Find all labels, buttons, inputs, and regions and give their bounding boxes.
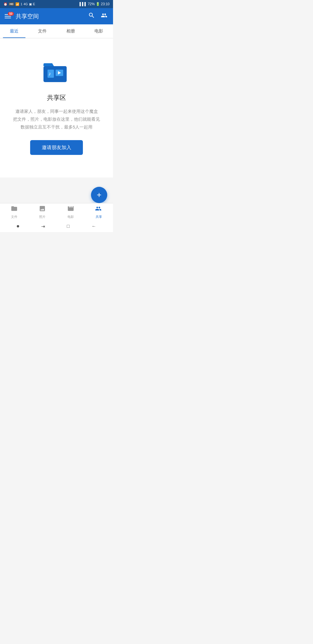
signal-icon: ▌▌▌ — [79, 2, 87, 6]
section-title: 共享区 — [47, 93, 66, 102]
battery-text: 72% — [88, 2, 95, 6]
svg-text:♪: ♪ — [48, 71, 51, 77]
nav-files-label: 文件 — [11, 215, 17, 219]
nav-photos[interactable]: 照片 — [28, 203, 57, 220]
notification-badge: 50 — [8, 12, 14, 16]
status-left-icons: ⏰ HD 📶 1 4G ▣ E — [3, 2, 35, 6]
status-bar: ⏰ HD 📶 1 4G ▣ E ▌▌▌ 72% 🔋 23:10 — [0, 0, 113, 8]
nav-photos-label: 照片 — [39, 215, 46, 219]
nav-share-label: 共享 — [96, 215, 102, 219]
sys-nav-dot[interactable] — [17, 225, 19, 227]
movie-nav-icon — [67, 205, 74, 214]
sys-nav-back[interactable]: ← — [92, 224, 96, 229]
alarm-icon: ⏰ — [3, 2, 8, 6]
tab-files[interactable]: 文件 — [28, 24, 57, 38]
share-nav-icon — [95, 205, 103, 214]
shared-folder-icon: ♪ — [43, 61, 70, 85]
tab-albums[interactable]: 相册 — [57, 24, 85, 38]
sim1-icon: 1 — [21, 2, 22, 6]
photo-nav-icon — [39, 205, 46, 214]
tab-movies[interactable]: 电影 — [85, 24, 113, 38]
sys-nav-recents[interactable]: ⇥ — [41, 224, 45, 229]
4g-icon: 4G — [23, 2, 28, 6]
search-button[interactable] — [88, 12, 95, 21]
menu-button[interactable]: 50 — [5, 14, 11, 18]
nav-movies-label: 电影 — [68, 215, 74, 219]
invite-button[interactable]: 邀请朋友加入 — [30, 140, 83, 155]
wifi-icon: 📶 — [15, 2, 19, 6]
bottom-nav: 文件 照片 电影 共享 — [0, 203, 113, 220]
nav-share[interactable]: 共享 — [85, 203, 113, 220]
app-title: 共享空间 — [16, 12, 88, 20]
battery-icon: 🔋 — [96, 2, 100, 6]
nav-movies[interactable]: 电影 — [57, 203, 85, 220]
hd-badge: HD — [9, 2, 14, 6]
tab-bar: 最近 文件 相册 电影 — [0, 24, 113, 38]
sys-nav-home[interactable]: □ — [67, 224, 70, 229]
tab-recent[interactable]: 最近 — [0, 24, 28, 38]
folder-nav-icon — [11, 205, 18, 214]
status-right-info: ▌▌▌ 72% 🔋 23:10 — [79, 2, 110, 6]
contacts-button[interactable] — [101, 12, 108, 21]
nav-files[interactable]: 文件 — [0, 203, 28, 220]
app-bar: 50 共享空间 — [0, 8, 113, 24]
simcard-icon: ▣ — [29, 2, 32, 6]
fab-add-button[interactable]: + — [91, 187, 107, 203]
system-nav-bar: ⇥ □ ← — [0, 220, 113, 232]
e-icon: E — [33, 2, 35, 6]
app-bar-actions — [88, 12, 108, 21]
section-desc: 邀请家人，朋友，同事一起来使用这个魔盒 把文件，照片，电影放在这里，他们就能看见… — [13, 107, 100, 131]
time-text: 23:10 — [101, 2, 110, 6]
app-root: ⏰ HD 📶 1 4G ▣ E ▌▌▌ 72% 🔋 23:10 50 共享空间 — [0, 0, 113, 232]
main-content: ♪ 共享区 邀请家人，朋友，同事一起来使用这个魔盒 把文件，照片，电影放在这里，… — [0, 38, 113, 178]
